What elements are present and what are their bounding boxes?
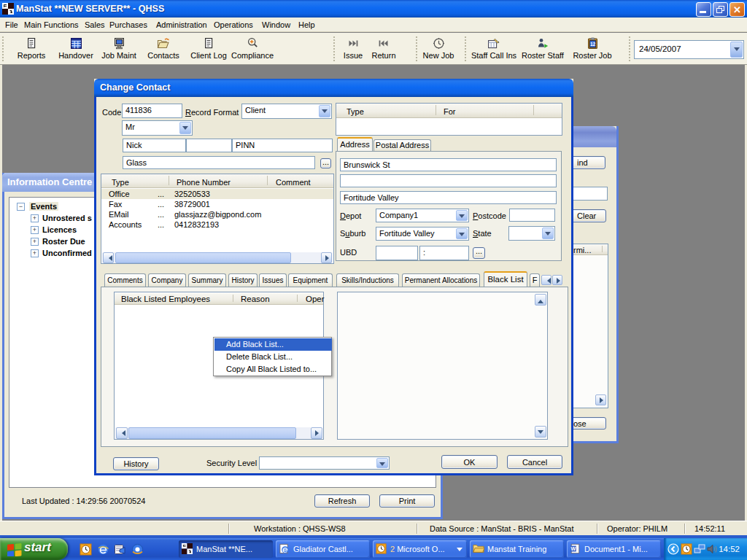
svg-text:W: W [571,546,576,551]
svg-text:12: 12 [589,42,595,47]
